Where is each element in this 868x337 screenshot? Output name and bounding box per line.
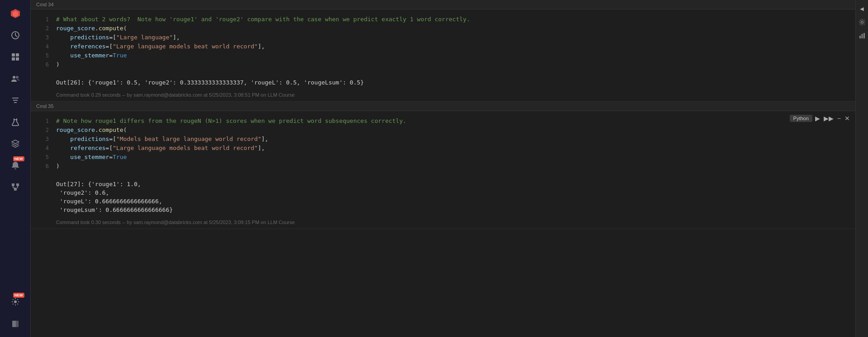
svg-point-23 <box>861 21 863 23</box>
book-icon[interactable] <box>5 314 25 333</box>
line-numbers-35: 1 2 3 4 5 6 <box>31 111 52 176</box>
timing-35: Command took 0.30 seconds -- by sam.raym… <box>31 218 855 229</box>
run-all-button[interactable]: ▶▶ <box>823 114 835 123</box>
svg-rect-3 <box>12 53 15 56</box>
svg-rect-5 <box>12 57 15 61</box>
line-num-4: 4 <box>31 42 52 51</box>
notebook-area: Cmd 34 1 2 3 4 5 6 # What about 2 words?… <box>31 0 855 337</box>
chart-icon[interactable] <box>857 31 867 41</box>
timing-34: Command took 0.29 seconds -- by sam.raym… <box>31 90 855 101</box>
cell-body-34: 1 2 3 4 5 6 # What about 2 words? Note h… <box>31 9 855 75</box>
cell-cmd34: Cmd 34 1 2 3 4 5 6 # What about 2 words?… <box>31 0 855 102</box>
sidebar: NEW NEW <box>0 0 31 337</box>
code-line-35-4: references=["Large language models beat … <box>56 144 855 153</box>
cmd-label-34: Cmd 34 <box>36 2 54 7</box>
output-line-35-1: Out[27]: {'rouge1': 1.0, <box>56 180 848 188</box>
output-line-35-2: 'rouge2': 0.6, <box>56 188 848 197</box>
svg-rect-25 <box>861 34 863 38</box>
svg-rect-4 <box>16 53 19 56</box>
svg-point-8 <box>16 76 19 79</box>
filter-list-icon[interactable] <box>5 90 25 110</box>
flask-icon[interactable] <box>5 112 25 132</box>
right-panel: ◀ <box>855 0 868 337</box>
run-button[interactable]: ▶ <box>814 114 821 123</box>
code-editor-35[interactable]: # Note how rouge1 differs from the rouge… <box>52 111 855 176</box>
code-line-35-6: ) <box>56 162 855 171</box>
output-35: Out[27]: {'rouge1': 1.0, 'rouge2': 0.6, … <box>31 176 855 218</box>
line-num-6: 6 <box>31 60 52 69</box>
svg-rect-16 <box>14 188 17 191</box>
databricks-logo[interactable] <box>5 4 25 23</box>
code-line-34-3: predictions=["Large language"], <box>56 33 855 42</box>
cell-toolbar-35: Python ▶ ▶▶ − ✕ <box>790 114 851 123</box>
line-numbers-34: 1 2 3 4 5 6 <box>31 9 52 75</box>
output-34: Out[26]: {'rouge1': 0.5, 'rouge2': 0.333… <box>31 75 855 90</box>
code-line-34-4: references=["Large language models beat … <box>56 42 855 51</box>
history-icon[interactable] <box>5 25 25 45</box>
bell-icon[interactable]: NEW <box>5 155 25 175</box>
integrations-icon[interactable] <box>5 177 25 197</box>
team-icon[interactable] <box>5 69 25 89</box>
output-line-35-3: 'rougeL': 0.6666666666666666, <box>56 197 848 206</box>
new-badge-2: NEW <box>13 293 24 298</box>
svg-rect-24 <box>859 36 861 38</box>
svg-rect-14 <box>12 183 14 186</box>
line-num-35-3: 3 <box>31 135 52 144</box>
svg-marker-13 <box>12 140 19 144</box>
code-line-35-2: rouge_score.compute( <box>56 126 855 135</box>
notebook[interactable]: Cmd 34 1 2 3 4 5 6 # What about 2 words?… <box>31 0 855 337</box>
layers-icon[interactable] <box>5 134 25 154</box>
settings-icon[interactable]: NEW <box>5 292 25 312</box>
svg-point-7 <box>13 76 15 79</box>
line-num-3: 3 <box>31 33 52 42</box>
settings-right-icon[interactable] <box>857 17 867 27</box>
svg-rect-6 <box>16 57 19 61</box>
line-num-1: 1 <box>31 15 52 24</box>
line-num-2: 2 <box>31 24 52 33</box>
output-line-34-1: Out[26]: {'rouge1': 0.5, 'rouge2': 0.333… <box>56 78 848 87</box>
line-num-35-4: 4 <box>31 144 52 153</box>
svg-point-21 <box>14 300 17 303</box>
close-cell-button[interactable]: ✕ <box>844 114 851 123</box>
line-num-35-5: 5 <box>31 153 52 162</box>
svg-rect-15 <box>16 183 19 186</box>
dashboard-icon[interactable] <box>5 47 25 67</box>
code-editor-34[interactable]: # What about 2 words? Note how 'rouge1' … <box>52 9 855 75</box>
code-line-34-6: ) <box>56 60 855 69</box>
code-line-34-2: rouge_score.compute( <box>56 24 855 33</box>
code-line-35-3: predictions=["Models beat large language… <box>56 135 855 144</box>
cmd-label-35: Cmd 35 <box>36 103 54 109</box>
new-badge: NEW <box>13 156 24 161</box>
collapse-button[interactable]: − <box>836 114 842 123</box>
code-line-34-5: use_stemmer=True <box>56 51 855 60</box>
line-num-35-6: 6 <box>31 162 52 171</box>
output-line-35-4: 'rougeLsum': 0.6666666666666666} <box>56 206 848 214</box>
collapse-right-icon[interactable]: ◀ <box>857 4 867 14</box>
cell-header-35: Cmd 35 <box>31 102 855 111</box>
line-num-35-1: 1 <box>31 117 52 126</box>
code-line-34-1: # What about 2 words? Note how 'rouge1' … <box>56 15 855 24</box>
cell-cmd35: Cmd 35 Python ▶ ▶▶ − ✕ 1 2 3 4 5 6 <box>31 102 855 229</box>
svg-rect-26 <box>863 33 865 38</box>
line-num-5: 5 <box>31 51 52 60</box>
language-selector[interactable]: Python <box>790 115 812 122</box>
cell-body-35: Python ▶ ▶▶ − ✕ 1 2 3 4 5 6 # Note how r… <box>31 111 855 176</box>
code-line-35-1: # Note how rouge1 differs from the rouge… <box>56 117 855 126</box>
code-line-35-5: use_stemmer=True <box>56 153 855 162</box>
line-num-35-2: 2 <box>31 126 52 135</box>
cell-header-34: Cmd 34 <box>31 0 855 9</box>
